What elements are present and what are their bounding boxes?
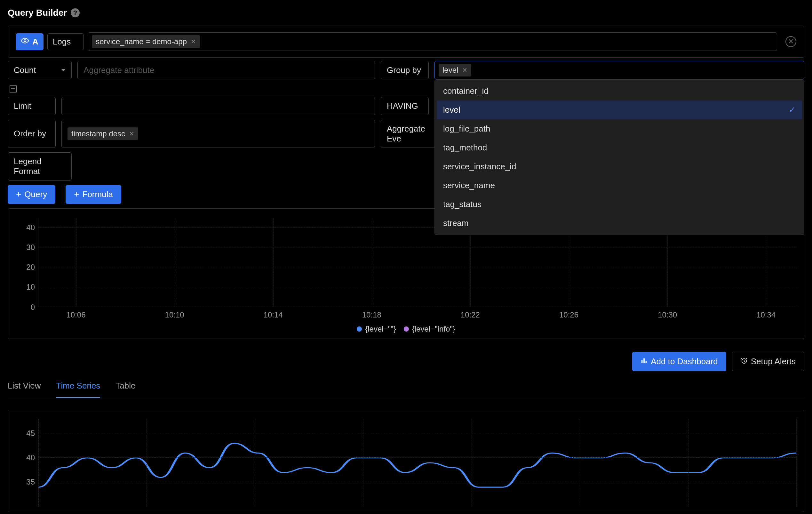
close-icon[interactable]: ✕ xyxy=(191,38,196,46)
svg-rect-3 xyxy=(646,361,647,363)
x-tick: 10:26 xyxy=(559,310,578,319)
y-axis: 010203040 xyxy=(16,218,38,307)
having-label: HAVING xyxy=(387,101,418,111)
limit-input[interactable] xyxy=(61,97,375,115)
dropdown-option[interactable]: log_file_path xyxy=(437,119,802,138)
source-select[interactable]: Logs xyxy=(47,33,84,50)
x-tick: 10:22 xyxy=(461,310,480,319)
remove-query-button[interactable]: ✕ xyxy=(785,36,796,47)
aggregate-fn-label: Count xyxy=(14,65,36,75)
filter-chip[interactable]: service_name = demo-app ✕ xyxy=(92,35,200,48)
add-formula-button[interactable]: + Formula xyxy=(65,185,121,204)
add-to-dashboard-button[interactable]: Add to Dashboard xyxy=(632,352,726,371)
dropdown-option-label: tag_method xyxy=(443,143,487,153)
dropdown-option-label: stream xyxy=(443,218,468,228)
setup-alerts-label: Setup Alerts xyxy=(751,356,796,367)
legend-format-label: Legend Format xyxy=(14,156,65,176)
legend-format-label-box: Legend Format xyxy=(8,152,72,180)
y-axis: 354045 xyxy=(16,419,38,507)
svg-point-0 xyxy=(24,39,26,41)
line-chart-panel: 354045 xyxy=(8,410,804,512)
query-block: A Logs service_name = demo-app ✕ ✕ xyxy=(8,26,804,58)
order-by-chip[interactable]: timestamp desc ✕ xyxy=(67,127,138,140)
query-badge[interactable]: A xyxy=(16,33,44,50)
close-icon[interactable]: ✕ xyxy=(462,66,467,74)
close-icon[interactable]: ✕ xyxy=(129,130,134,138)
group-by-label: Group by xyxy=(387,65,421,75)
group-by-input[interactable]: level ✕ xyxy=(434,61,804,79)
source-select-label: Logs xyxy=(53,37,71,47)
dropdown-option[interactable]: service_name xyxy=(437,176,802,195)
line-series xyxy=(38,443,796,487)
add-query-button[interactable]: + Query xyxy=(8,185,55,204)
y-tick: 30 xyxy=(26,243,35,252)
dropdown-option[interactable]: container_id xyxy=(437,82,802,101)
tab[interactable]: Table xyxy=(116,381,135,398)
dropdown-option[interactable]: service_instance_id xyxy=(437,157,802,176)
x-tick: 10:10 xyxy=(165,310,184,319)
svg-rect-2 xyxy=(643,358,645,363)
having-label-box: HAVING xyxy=(381,97,429,115)
dropdown-option-label: service_name xyxy=(443,180,495,191)
chevron-down-icon xyxy=(61,69,65,72)
svg-rect-1 xyxy=(641,360,643,363)
legend-swatch xyxy=(357,326,362,332)
y-tick: 40 xyxy=(26,453,35,462)
group-by-chip-label: level xyxy=(442,66,458,75)
dropdown-option[interactable]: level✓ xyxy=(437,101,802,119)
bar-chart-icon xyxy=(640,356,647,367)
legend-label: {level=""} xyxy=(365,324,396,334)
legend-item[interactable]: {level="info"} xyxy=(404,324,455,334)
legend-item[interactable]: {level=""} xyxy=(357,324,396,334)
page-title: Query Builder xyxy=(8,8,67,18)
order-by-input[interactable]: timestamp desc ✕ xyxy=(61,120,375,148)
dropdown-option-label: log_file_path xyxy=(443,124,490,134)
order-by-label-box: Order by xyxy=(8,120,56,148)
dropdown-option-label: tag_status xyxy=(443,199,482,209)
dropdown-option-label: level xyxy=(443,105,460,115)
line-chart-plot xyxy=(38,419,796,507)
y-tick: 40 xyxy=(26,223,35,232)
x-tick: 10:30 xyxy=(658,310,677,319)
x-tick: 10:18 xyxy=(362,310,381,319)
setup-alerts-button[interactable]: Setup Alerts xyxy=(732,352,804,371)
aggregate-attr-placeholder: Aggregate attribute xyxy=(84,65,154,75)
dropdown-option[interactable]: stream xyxy=(437,214,802,233)
aggregate-fn-select[interactable]: Count xyxy=(8,61,72,79)
y-tick: 35 xyxy=(26,478,35,486)
dropdown-option[interactable]: tag_method xyxy=(437,138,802,157)
x-tick: 10:34 xyxy=(756,310,776,319)
tab[interactable]: Time Series xyxy=(56,381,100,398)
dropdown-option-label: service_instance_id xyxy=(443,162,516,172)
add-query-label: Query xyxy=(24,190,47,199)
plus-icon: + xyxy=(16,190,21,199)
limit-label-box: Limit xyxy=(8,97,56,115)
y-tick: 10 xyxy=(26,283,35,291)
filter-input[interactable]: service_name = demo-app ✕ xyxy=(88,32,777,51)
collapse-toggle[interactable]: − xyxy=(9,85,17,92)
plus-icon: + xyxy=(74,190,79,199)
check-icon: ✓ xyxy=(789,105,796,115)
x-tick: 10:06 xyxy=(66,310,85,319)
filter-chip-label: service_name = demo-app xyxy=(96,37,187,46)
x-tick: 10:14 xyxy=(264,310,283,319)
order-by-chip-label: timestamp desc xyxy=(71,129,125,138)
alert-icon xyxy=(741,356,748,367)
group-by-chip[interactable]: level ✕ xyxy=(439,64,471,77)
chart-legend: {level=""}{level="info"} xyxy=(16,324,796,334)
legend-swatch xyxy=(404,326,409,332)
dropdown-option[interactable]: tag_status xyxy=(437,195,802,214)
tab[interactable]: List View xyxy=(8,381,41,398)
add-formula-label: Formula xyxy=(83,190,113,199)
help-icon[interactable]: ? xyxy=(71,8,80,17)
aggregate-every-label: Aggregate Eve xyxy=(387,124,439,144)
eye-icon xyxy=(21,36,29,47)
query-badge-label: A xyxy=(32,37,38,47)
dropdown-option-label: container_id xyxy=(443,86,489,96)
aggregate-attr-input[interactable]: Aggregate attribute xyxy=(78,61,375,79)
controls: Count Aggregate attribute Group by level… xyxy=(8,61,804,204)
y-tick: 0 xyxy=(31,303,35,312)
tabs: List ViewTime SeriesTable xyxy=(8,371,804,398)
x-axis: 10:0610:1010:1410:1810:2210:2610:3010:34 xyxy=(38,310,796,320)
add-to-dashboard-label: Add to Dashboard xyxy=(651,356,718,367)
